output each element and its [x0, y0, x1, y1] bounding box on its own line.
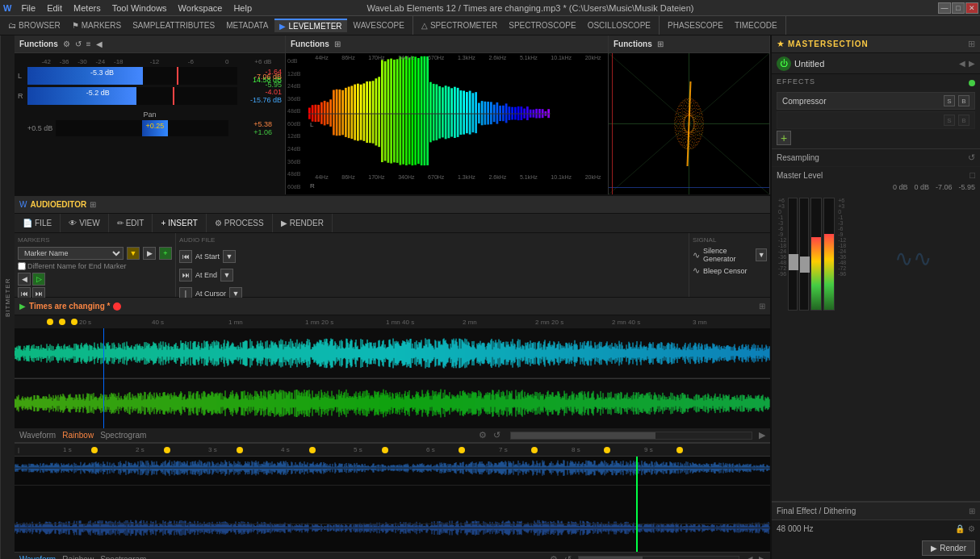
marker-prev-btn[interactable]: ◀: [18, 273, 31, 286]
settings-icon-upper[interactable]: ⚙: [479, 430, 487, 440]
add-effect-btn[interactable]: +: [777, 131, 791, 145]
preset-nav-left[interactable]: ◀: [959, 59, 965, 68]
silence-gen-dropdown[interactable]: ▼: [756, 248, 767, 261]
effect-solo-btn[interactable]: S: [944, 95, 955, 106]
reset-icon[interactable]: ↺: [75, 40, 82, 48]
tab-oscilloscope-label: OSCILLOSCOPE: [588, 21, 651, 30]
settings-icon-lower[interactable]: ⚙: [550, 554, 558, 559]
peak-marker-r: [173, 87, 174, 105]
scrollbar-thumb-lower[interactable]: [579, 557, 643, 560]
different-name-checkbox[interactable]: [18, 262, 26, 270]
tab-sampleattr[interactable]: SAMPLEATTRIBUTES: [128, 19, 220, 31]
toolbar-file[interactable]: 📄 FILE: [15, 214, 61, 232]
settings-icon-master[interactable]: ⚙: [968, 524, 975, 533]
markers-icon: ⚑: [72, 21, 79, 30]
tab-waveform-lower[interactable]: Waveform: [19, 555, 56, 559]
fader-knob-2[interactable]: [800, 257, 810, 273]
expand-icon[interactable]: ⊞: [334, 40, 341, 48]
marker-nav-fwd[interactable]: ▶: [143, 247, 156, 260]
scroll-left-icon[interactable]: ◀: [746, 554, 752, 559]
ruler-cursor-icon: |: [18, 446, 19, 453]
refresh-icon-upper[interactable]: ↺: [493, 430, 500, 440]
tab-markers[interactable]: ⚑ MARKERS: [67, 19, 126, 31]
tab-spectrometer[interactable]: △ SPECTROMETER: [417, 19, 502, 31]
maximize-button[interactable]: □: [952, 2, 965, 14]
tab-rainbow-upper[interactable]: Rainbow: [62, 431, 94, 440]
marker-set-btn[interactable]: ▷: [32, 273, 45, 286]
refresh-icon-lower[interactable]: ↺: [564, 554, 572, 559]
scroll-right-icon[interactable]: ▶: [759, 430, 765, 440]
render-row: ▶ Render: [772, 537, 980, 559]
expand-icon-phase[interactable]: ⊞: [657, 40, 664, 48]
master-level-label: Master Level: [777, 171, 970, 180]
minimize-button[interactable]: —: [938, 2, 951, 14]
silence-gen-icon: ∿: [693, 250, 700, 261]
expand-icon-editor[interactable]: ⊞: [90, 200, 96, 209]
final-effect-expand[interactable]: ⊞: [969, 507, 975, 515]
menu-file[interactable]: File: [16, 2, 40, 15]
meter-rms-label-l: -5.3 dB: [90, 69, 114, 77]
tab-spectroscope[interactable]: SPECTROSCOPE: [504, 19, 580, 31]
tab-wavescope[interactable]: WAVESCOPE: [349, 19, 409, 31]
tab-spectrogram-lower[interactable]: Spectrogram: [100, 555, 146, 559]
center-content: Functions ⚙ ↺ ≡ ◀ -42 -36 -30 -24 -18: [15, 35, 770, 559]
tab-timecode[interactable]: TIMECODE: [730, 19, 782, 31]
render-button[interactable]: ▶ Render: [922, 540, 975, 556]
tab-levelmeter[interactable]: ▶ LEVELMETER: [274, 19, 346, 32]
marker-dot-3: [71, 319, 77, 325]
toolbar-view[interactable]: 👁 VIEW: [61, 214, 109, 232]
scrollbar-thumb-upper[interactable]: [511, 432, 655, 439]
gear-icon[interactable]: ⚙: [63, 40, 70, 48]
at-end-dropdown[interactable]: ▼: [220, 269, 233, 282]
master-level-icon[interactable]: □: [970, 170, 975, 180]
menu-workspace[interactable]: Workspace: [174, 2, 228, 15]
tab-levelmeter-label: LEVELMETER: [288, 22, 341, 31]
tab-sampleattr-label: SAMPLEATTRIBUTES: [132, 21, 215, 30]
fader-2[interactable]: [799, 198, 809, 311]
menu-help[interactable]: Help: [228, 2, 257, 15]
collapse-icon[interactable]: ◀: [96, 40, 103, 48]
master-expand-icon[interactable]: ⊞: [968, 39, 975, 49]
scroll-right-icon-lower[interactable]: ▶: [759, 554, 765, 559]
tab-metadata[interactable]: METADATA: [221, 19, 273, 31]
tab-phasescope[interactable]: PHASESCOPE: [663, 19, 728, 31]
effect-solo-btn-2[interactable]: S: [944, 115, 955, 126]
menu-toolwindows[interactable]: Tool Windows: [107, 2, 172, 15]
marker-yellow-btn[interactable]: ▼: [127, 247, 140, 260]
fader-knob-1[interactable]: [789, 254, 798, 270]
meter-row-r: R -5.2 dB -4.01 -15.76 dB: [18, 87, 282, 105]
scrollbar-upper[interactable]: [510, 432, 752, 440]
tab-rainbow-lower[interactable]: Rainbow: [62, 555, 94, 559]
toolbar-edit[interactable]: ✏ EDIT: [109, 214, 153, 232]
scrollbar-lower[interactable]: [578, 556, 739, 560]
power-button[interactable]: ⏻: [777, 56, 791, 71]
effect-bypass-btn[interactable]: B: [958, 95, 970, 106]
sample-rate-row: 48 000 Hz 🔒 ⚙: [772, 519, 980, 537]
expand-track-icon[interactable]: ⊞: [759, 302, 765, 311]
close-button[interactable]: ✕: [965, 2, 978, 14]
peak2-label: -5.95: [254, 81, 282, 89]
bot-ruler-1s: 1 s: [63, 446, 72, 453]
tab-waveform-upper[interactable]: Waveform: [19, 431, 56, 440]
marker-add-btn[interactable]: +: [159, 247, 172, 260]
tab-spectrogram-upper[interactable]: Spectrogram: [100, 431, 146, 440]
tab-oscilloscope[interactable]: OSCILLOSCOPE: [583, 19, 655, 31]
insert-icon: +: [161, 219, 165, 227]
menu-meters[interactable]: Meters: [69, 2, 106, 15]
toolbar-render[interactable]: ▶ RENDER: [273, 214, 333, 232]
effect-bypass-btn-2[interactable]: B: [958, 115, 970, 126]
tab-browser[interactable]: 🗂 BROWSER: [3, 19, 65, 31]
main-layout: BITMETER Functions ⚙ ↺ ≡ ◀ -42 -36: [0, 35, 980, 559]
resampling-label: Resampling: [777, 153, 965, 162]
menu-edit[interactable]: Edit: [42, 2, 67, 15]
preset-nav-right[interactable]: ▶: [969, 59, 975, 68]
fader-1[interactable]: [788, 198, 798, 311]
marker-name-dropdown[interactable]: Marker Name: [18, 247, 124, 260]
toolbar-process[interactable]: ⚙ PROCESS: [207, 214, 273, 232]
resampling-icon[interactable]: ↺: [968, 152, 975, 163]
at-start-dropdown[interactable]: ▼: [223, 250, 236, 263]
level-val3: -7.06: [936, 183, 953, 191]
toolbar-insert[interactable]: + INSERT: [153, 214, 206, 232]
menu-icon[interactable]: ≡: [86, 40, 91, 48]
pan-bar: +0.25: [56, 120, 228, 136]
